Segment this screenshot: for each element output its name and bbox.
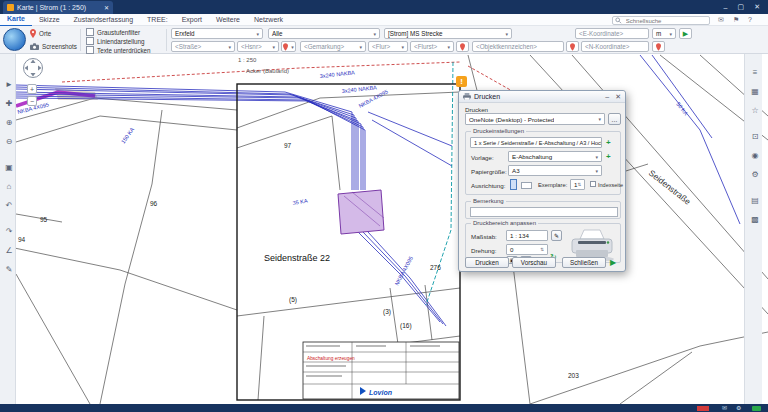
checkbox-box[interactable] <box>86 37 94 45</box>
objektkennzeichen-field[interactable]: <Objektkennzeichen> <box>472 41 564 52</box>
add-template-icon[interactable]: + <box>606 153 611 161</box>
flurstueck-combo[interactable]: <Flurst> ▾ <box>410 41 454 52</box>
window-maximize-button[interactable]: ▢ <box>738 3 745 11</box>
schliessen-button[interactable]: Schließen <box>562 257 606 268</box>
menu-tab-netzwerk[interactable]: Netzwerk <box>247 14 290 26</box>
suppress-text-checkbox[interactable]: Texte unterdrücken <box>86 46 151 54</box>
bemerkung-textarea[interactable] <box>470 207 618 217</box>
next-view-button[interactable]: ↷ <box>1 223 17 239</box>
add-queue-icon[interactable]: + <box>606 139 611 147</box>
printer-select-combo[interactable]: OneNote (Desktop) - Protected ▾ <box>465 113 605 125</box>
n-coordinate-field[interactable]: <N-Koordinate> <box>581 41 649 52</box>
menu-tab-tree[interactable]: TREE: <box>140 14 175 26</box>
gear-icon: ⚙ <box>751 170 758 179</box>
address-locate-button[interactable]: ▾ <box>281 41 296 52</box>
parcel-locate-button[interactable] <box>456 41 469 52</box>
zoom-full-extent-button[interactable]: ⌂ <box>1 178 17 194</box>
select-tool-button[interactable]: ► <box>1 76 17 92</box>
landscape-orientation-icon[interactable] <box>521 182 532 189</box>
zoom-in-button[interactable]: + <box>27 84 37 94</box>
checkbox-label: Graustufenfilter <box>97 29 140 36</box>
area-combo[interactable]: Erxfeld ▾ <box>171 28 263 39</box>
grid-display-button[interactable]: ▩ <box>747 211 763 227</box>
print-icon: ⊡ <box>752 132 759 141</box>
grayscale-filter-checkbox[interactable]: Graustufenfilter <box>86 28 140 36</box>
quick-search[interactable] <box>612 16 710 25</box>
papier-combo[interactable]: A3 ▾ <box>508 165 602 176</box>
vorschau-button[interactable]: Vorschau <box>512 257 556 268</box>
checkbox-box[interactable] <box>86 28 94 36</box>
help-icon[interactable]: ? <box>748 16 752 23</box>
housenumber-combo[interactable]: <Hsnr> ▾ <box>237 41 279 52</box>
flur-combo[interactable]: <Flur> ▾ <box>368 41 408 52</box>
redline-tool-button[interactable]: ✎ <box>1 261 17 277</box>
messages-icon[interactable]: ✉ <box>718 16 724 24</box>
previous-view-button[interactable]: ↶ <box>1 197 17 213</box>
status-gear-icon[interactable]: ⚙ <box>736 404 741 411</box>
printer-icon <box>463 93 471 100</box>
chevron-down-icon: ▾ <box>228 44 231 50</box>
menu-tab-weitere[interactable]: Weitere <box>209 14 247 26</box>
menu-tab-karte[interactable]: Karte <box>0 13 32 27</box>
indexseite-checkbox[interactable] <box>590 181 596 187</box>
object-locate-button[interactable] <box>566 41 579 52</box>
bookmarks-button[interactable]: ☆ <box>747 102 763 118</box>
status-mail-icon[interactable]: ✉ <box>722 404 727 411</box>
screenshots-button[interactable]: Screenshots <box>30 40 77 52</box>
drehung-spinner[interactable]: 0 ⇅ <box>506 244 548 255</box>
menu-tab-export[interactable]: Export <box>175 14 209 26</box>
line-display-checkbox[interactable]: Liniendarstellung <box>86 37 145 45</box>
map-canvas[interactable]: Abschaltung erzeugen Lovion 1 : 250 Acke… <box>0 54 768 404</box>
search-input[interactable] <box>624 17 707 25</box>
map-compass-widget[interactable] <box>22 57 44 79</box>
dialog-minimize-icon[interactable]: – <box>605 93 609 101</box>
checkbox-box[interactable] <box>86 46 94 54</box>
vorlage-combo[interactable]: E-Abschaltung ▾ <box>508 151 602 162</box>
zoom-out-button[interactable]: − <box>27 96 37 106</box>
measure-tool-button[interactable]: ∠ <box>1 242 17 258</box>
zoom-window-button[interactable]: ▣ <box>1 159 17 175</box>
object-list-button[interactable]: ▤ <box>747 192 763 208</box>
coordinate-locate-button[interactable] <box>652 41 665 52</box>
dialog-close-icon[interactable]: ✕ <box>615 93 621 101</box>
drucken-button[interactable]: Drucken <box>465 257 509 268</box>
zoom-out-tool-button[interactable]: ⊖ <box>1 133 17 149</box>
print-panel-button[interactable]: ⊡ <box>747 128 763 144</box>
object-type-combo[interactable]: [Strom] MS Strecke ▾ <box>384 28 512 39</box>
layers-panel-button[interactable]: ≡ <box>747 64 763 80</box>
print-dialog-titlebar[interactable]: Drucken – ✕ <box>459 91 625 103</box>
map-globe-icon[interactable] <box>3 28 26 51</box>
massstab-edit-button[interactable]: ✎ <box>551 230 562 241</box>
menu-tab-skizze[interactable]: Skizze <box>32 14 67 26</box>
notification-flag-icon[interactable]: ! <box>456 76 467 87</box>
print-queue-item[interactable]: 1 x Serie / Seidenstraße / E-Abschaltung… <box>470 137 602 148</box>
parcel-number: 96 <box>150 200 158 207</box>
flur-placeholder: <Flur> <box>372 43 390 50</box>
gemarkung-combo[interactable]: <Gemarkung> ▾ <box>300 41 366 52</box>
overview-map-button[interactable]: ▦ <box>747 83 763 99</box>
massstab-input[interactable]: 1 : 134 <box>506 230 548 241</box>
street-combo[interactable]: <Straße> ▾ <box>171 41 235 52</box>
map-pin-icon <box>283 43 288 51</box>
settings-button[interactable]: ⚙ <box>747 166 763 182</box>
zoom-in-tool-button[interactable]: ⊕ <box>1 114 17 130</box>
tab-close-icon[interactable]: ✕ <box>104 4 109 11</box>
printer-browse-button[interactable]: … <box>608 113 621 125</box>
snapshot-button[interactable]: ◉ <box>747 147 763 163</box>
window-minimize-button[interactable]: – <box>724 4 728 11</box>
zoom-out-icon: ⊖ <box>6 137 13 146</box>
e-coordinate-field[interactable]: <E-Koordinate> <box>575 28 649 39</box>
flag-icon[interactable]: ⚑ <box>733 16 739 24</box>
dialog-go-icon[interactable]: ▶ <box>610 258 616 267</box>
menu-tab-zustandserfassung[interactable]: Zustandserfassung <box>67 14 141 26</box>
pan-tool-button[interactable]: ✚ <box>1 95 17 111</box>
portrait-orientation-icon[interactable] <box>510 179 517 190</box>
window-close-button[interactable]: ✕ <box>754 3 760 11</box>
filter-combo[interactable]: Alle ▾ <box>268 28 380 39</box>
orte-button[interactable]: Orte <box>30 27 51 39</box>
unit-combo[interactable]: m ▾ <box>652 28 676 39</box>
exemplare-spinner[interactable]: 1 ⇅ <box>570 179 585 190</box>
star-icon: ☆ <box>751 106 758 115</box>
print-dialog: Drucken – ✕ Drucken OneNote (Desktop) - … <box>458 90 626 272</box>
coordinate-go-button[interactable]: ▶ <box>679 28 692 39</box>
